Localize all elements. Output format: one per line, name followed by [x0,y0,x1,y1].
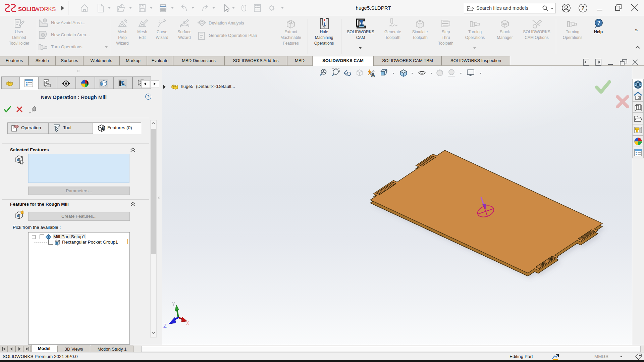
svg-text:Y: Y [172,301,175,307]
svg-text:?: ? [597,20,601,26]
svg-text:?: ? [581,5,585,11]
svg-text:SOLID: SOLID [18,6,36,12]
svg-text:X: X [186,320,190,326]
svg-text:A: A [371,72,375,77]
svg-text:Z: Z [163,323,167,329]
svg-text:WORKS: WORKS [34,6,56,12]
